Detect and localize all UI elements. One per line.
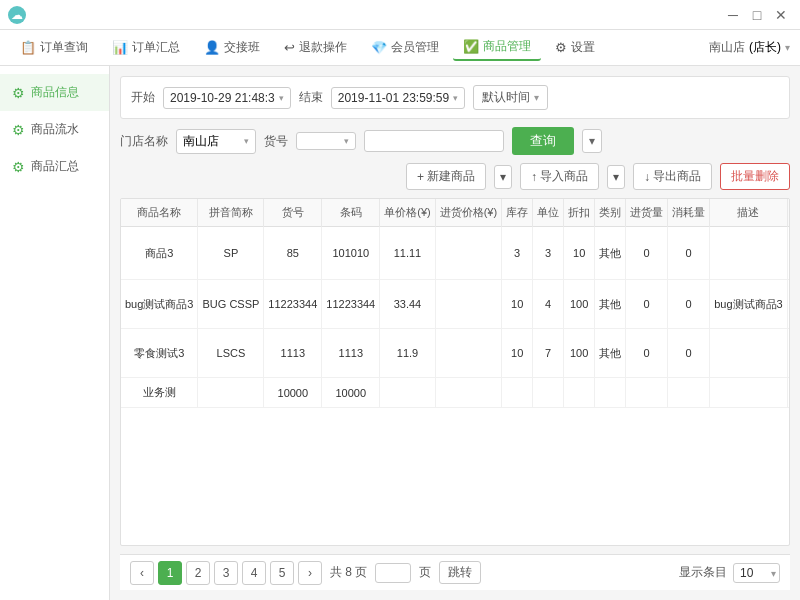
- time-default-select[interactable]: 默认时间 ▾: [473, 85, 548, 110]
- new-goods-button[interactable]: + 新建商品: [406, 163, 486, 190]
- cell-ops-1: 编辑 删除 流水 汇总: [787, 280, 790, 329]
- cell-purchase-1: 0: [626, 280, 668, 329]
- batch-delete-button[interactable]: 批量删除: [720, 163, 790, 190]
- cell-cost-1: [435, 280, 501, 329]
- count-select-wrap: 10 20 50 100: [733, 563, 780, 583]
- maximize-button[interactable]: □: [746, 4, 768, 26]
- start-date-input[interactable]: 2019-10-29 21:48:3 ▾: [163, 87, 291, 109]
- cell-consume-3: [668, 378, 710, 408]
- import-goods-arrow[interactable]: ▾: [607, 165, 625, 189]
- cell-unit-1: 4: [533, 280, 564, 329]
- page-btn-1[interactable]: 1: [158, 561, 182, 585]
- cell-desc-3: [710, 378, 787, 408]
- cell-purchase-0: 0: [626, 227, 668, 280]
- nav-item-settings[interactable]: ⚙ 设置: [545, 35, 605, 60]
- th-name: 商品名称: [121, 199, 198, 227]
- show-count-label: 显示条目: [679, 564, 727, 581]
- close-button[interactable]: ✕: [770, 4, 792, 26]
- cell-stock-0: 3: [502, 227, 533, 280]
- count-select[interactable]: 10 20 50 100: [733, 563, 780, 583]
- minimize-button[interactable]: ─: [722, 4, 744, 26]
- th-discount: 折扣: [564, 199, 595, 227]
- store-arrow: ▾: [244, 136, 249, 146]
- sidebar-item-goods-info[interactable]: ⚙ 商品信息: [0, 74, 109, 111]
- page-btn-2[interactable]: 2: [186, 561, 210, 585]
- store-select[interactable]: 南山店 ▾: [176, 129, 256, 154]
- import-goods-icon: ↑: [531, 170, 537, 184]
- titlebar: ☁ ─ □ ✕: [0, 0, 800, 30]
- export-goods-button[interactable]: ↓ 导出商品: [633, 163, 712, 190]
- sidebar-label-goods-info: 商品信息: [31, 84, 79, 101]
- table-row: 零食测试3 LSCS 1113 1113 11.9 10 7 100 其他 0 …: [121, 329, 790, 378]
- sidebar-label-goods-summary: 商品汇总: [31, 158, 79, 175]
- nav-item-order-query[interactable]: 📋 订单查询: [10, 35, 98, 60]
- cell-price-1: 33.44: [380, 280, 435, 329]
- th-unit: 单位: [533, 199, 564, 227]
- end-date-arrow: ▾: [453, 93, 458, 103]
- shift-icon: 👤: [204, 40, 220, 55]
- cell-discount-2: 100: [564, 329, 595, 378]
- cell-category-2: 其他: [595, 329, 626, 378]
- cell-unit-0: 3: [533, 227, 564, 280]
- cell-price-3: [380, 378, 435, 408]
- store-label: 门店名称: [120, 133, 168, 150]
- sidebar-item-goods-flow[interactable]: ⚙ 商品流水: [0, 111, 109, 148]
- goods-table: 商品名称 拼音简称 货号 条码 单价格(¥) 进货价格(¥) 库存 单位 折扣 …: [121, 199, 790, 408]
- show-count-area: 显示条目 10 20 50 100: [679, 563, 780, 583]
- start-label: 开始: [131, 89, 155, 106]
- page-btn-3[interactable]: 3: [214, 561, 238, 585]
- nav-item-refund[interactable]: ↩ 退款操作: [274, 35, 357, 60]
- cell-barcode-3: 10000: [322, 378, 380, 408]
- th-barcode: 条码: [322, 199, 380, 227]
- nav-dropdown-arrow[interactable]: ▾: [785, 42, 790, 53]
- order-query-icon: 📋: [20, 40, 36, 55]
- nav-label-goods: 商品管理: [483, 38, 531, 55]
- table-row: bug测试商品3 BUG CSSP 11223344 11223344 33.4…: [121, 280, 790, 329]
- sidebar-item-goods-summary[interactable]: ⚙ 商品汇总: [0, 148, 109, 185]
- start-date-arrow: ▾: [279, 93, 284, 103]
- jump-button[interactable]: 跳转: [439, 561, 481, 584]
- query-button[interactable]: 查询: [512, 127, 574, 155]
- next-page-button[interactable]: ›: [298, 561, 322, 585]
- page-btn-5[interactable]: 5: [270, 561, 294, 585]
- table-row: 商品3 SP 85 101010 11.11 3 3 10 其他 0 0: [121, 227, 790, 280]
- query-more-button[interactable]: ▾: [582, 129, 602, 153]
- cell-ops-0: 编辑 删除 流水 汇总: [787, 227, 790, 280]
- table-container: 商品名称 拼音简称 货号 条码 单价格(¥) 进货价格(¥) 库存 单位 折扣 …: [120, 198, 790, 546]
- th-consume: 消耗量: [668, 199, 710, 227]
- new-goods-arrow[interactable]: ▾: [494, 165, 512, 189]
- cell-desc-2: [710, 329, 787, 378]
- nav-item-order-summary[interactable]: 📊 订单汇总: [102, 35, 190, 60]
- nav-item-shift[interactable]: 👤 交接班: [194, 35, 270, 60]
- cell-cost-2: [435, 329, 501, 378]
- cell-barcode-2: 1113: [322, 329, 380, 378]
- cell-cost-0: [435, 227, 501, 280]
- th-sku: 货号: [264, 199, 322, 227]
- sku-type-select[interactable]: ▾: [296, 132, 356, 150]
- end-date-input[interactable]: 2019-11-01 23:59:59 ▾: [331, 87, 465, 109]
- page-btn-4[interactable]: 4: [242, 561, 266, 585]
- cell-consume-0: 0: [668, 227, 710, 280]
- cell-ops-3: 编辑 删除: [787, 378, 790, 408]
- th-stock: 库存: [502, 199, 533, 227]
- cell-desc-0: [710, 227, 787, 280]
- page-jump-input[interactable]: [375, 563, 411, 583]
- cell-category-3: [595, 378, 626, 408]
- time-default-arrow: ▾: [534, 92, 539, 103]
- cell-barcode-1: 11223344: [322, 280, 380, 329]
- time-default-label: 默认时间: [482, 89, 530, 106]
- nav-item-member[interactable]: 💎 会员管理: [361, 35, 449, 60]
- sku-search-input[interactable]: [364, 130, 504, 152]
- prev-page-button[interactable]: ‹: [130, 561, 154, 585]
- nav-item-goods[interactable]: ✅ 商品管理: [453, 34, 541, 61]
- new-goods-icon: +: [417, 170, 424, 184]
- sku-select-arrow: ▾: [344, 136, 349, 146]
- import-goods-button[interactable]: ↑ 导入商品: [520, 163, 599, 190]
- table-header-row: 商品名称 拼音简称 货号 条码 单价格(¥) 进货价格(¥) 库存 单位 折扣 …: [121, 199, 790, 227]
- sidebar: ⚙ 商品信息 ⚙ 商品流水 ⚙ 商品汇总: [0, 66, 110, 600]
- cell-consume-1: 0: [668, 280, 710, 329]
- table-row: 业务测 10000 10000: [121, 378, 790, 408]
- th-pinyin: 拼音简称: [198, 199, 264, 227]
- sidebar-label-goods-flow: 商品流水: [31, 121, 79, 138]
- th-price: 单价格(¥): [380, 199, 435, 227]
